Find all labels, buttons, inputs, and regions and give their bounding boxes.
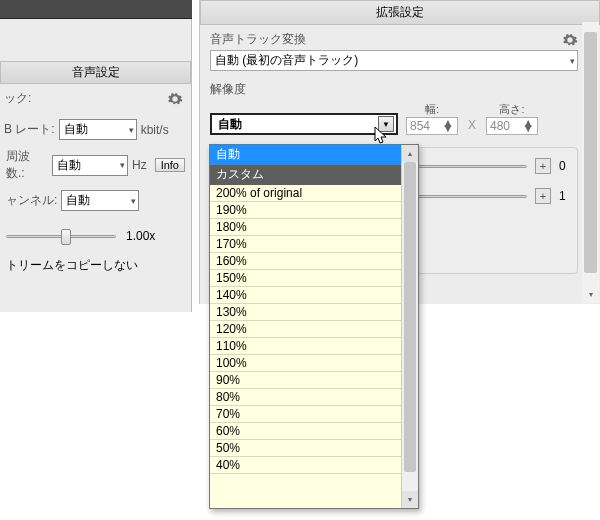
dropdown-item[interactable]: 120% [210, 321, 401, 338]
slider-2-value: 1 [559, 189, 569, 203]
dropdown-item[interactable]: カスタム [210, 165, 401, 185]
resolution-combo[interactable]: 自動 ▼ [210, 113, 398, 135]
freq-label: 周波数.: [6, 148, 48, 182]
channel-label: ャンネル: [6, 192, 57, 209]
chevron-down-icon: ▾ [570, 56, 575, 66]
copy-stream-label: トリームをコピーしない [6, 258, 138, 272]
audio-settings-title: 音声設定 [0, 61, 191, 84]
spinner-icon[interactable]: ▲▼ [442, 121, 454, 131]
speed-value: 1.00x [126, 229, 155, 243]
channel-combo[interactable]: 自動▾ [61, 190, 139, 211]
freq-combo[interactable]: 自動▾ [52, 155, 128, 176]
gear-icon[interactable] [167, 91, 183, 107]
dropdown-item[interactable]: 50% [210, 440, 401, 457]
dropdown-item[interactable]: 160% [210, 253, 401, 270]
height-field[interactable]: 480 ▲▼ [486, 117, 538, 135]
dropdown-item[interactable]: 70% [210, 406, 401, 423]
chevron-up-icon[interactable]: ▴ [402, 145, 418, 162]
dropdown-item[interactable]: 150% [210, 270, 401, 287]
plus-button[interactable]: + [535, 188, 551, 204]
advanced-settings-title: 拡張設定 [200, 0, 600, 25]
plus-button[interactable]: + [535, 158, 551, 174]
chevron-down-icon: ▾ [120, 160, 125, 170]
height-label: 高さ: [486, 102, 538, 117]
brate-label: B レート: [4, 121, 55, 138]
panel-scrollbar[interactable]: ▾ [582, 22, 599, 303]
track-convert-combo[interactable]: 自動 (最初の音声トラック)▾ [210, 50, 578, 71]
dropdown-item[interactable]: 90% [210, 372, 401, 389]
dropdown-item[interactable]: 100% [210, 355, 401, 372]
chevron-down-icon: ▾ [129, 125, 134, 135]
dropdown-item[interactable]: 130% [210, 304, 401, 321]
dropdown-item[interactable]: 170% [210, 236, 401, 253]
resolution-dropdown[interactable]: ▴ ▾ 自動カスタム200% of original190%180%170%16… [209, 144, 419, 509]
chevron-down-icon[interactable]: ▾ [402, 491, 418, 508]
dropdown-item[interactable]: 自動 [210, 145, 401, 165]
dropdown-item[interactable]: 40% [210, 457, 401, 474]
dropdown-item[interactable]: 80% [210, 389, 401, 406]
resolution-label: 解像度 [200, 79, 600, 102]
dropdown-item[interactable]: 140% [210, 287, 401, 304]
chevron-down-icon[interactable]: ▾ [582, 286, 599, 303]
dropdown-item[interactable]: 110% [210, 338, 401, 355]
dropdown-item[interactable]: 60% [210, 423, 401, 440]
dropdown-button[interactable]: ▼ [378, 116, 394, 132]
brate-combo[interactable]: 自動▾ [59, 119, 137, 140]
width-label: 幅: [406, 102, 458, 117]
chevron-down-icon: ▾ [131, 196, 136, 206]
dropdown-item[interactable]: 190% [210, 202, 401, 219]
dropdown-scrollbar[interactable]: ▴ ▾ [401, 145, 418, 508]
width-field[interactable]: 854 ▲▼ [406, 117, 458, 135]
freq-unit: Hz [132, 158, 147, 172]
speed-slider[interactable] [6, 235, 116, 238]
brate-unit: kbit/s [141, 123, 169, 137]
track-suffix-label: ック: [4, 90, 31, 107]
x-separator: X [468, 118, 476, 135]
gear-icon[interactable] [562, 32, 578, 48]
audio-settings-panel: 音声設定 ック: B レート: 自動▾ kbit/s 周波数.: 自動▾ Hz … [0, 19, 192, 312]
dropdown-item[interactable]: 200% of original [210, 185, 401, 202]
spinner-icon[interactable]: ▲▼ [522, 121, 534, 131]
slider-1-value: 0 [559, 159, 569, 173]
track-convert-label: 音声トラック変換 [210, 31, 306, 48]
info-button[interactable]: Info [155, 158, 185, 172]
dropdown-item[interactable]: 180% [210, 219, 401, 236]
